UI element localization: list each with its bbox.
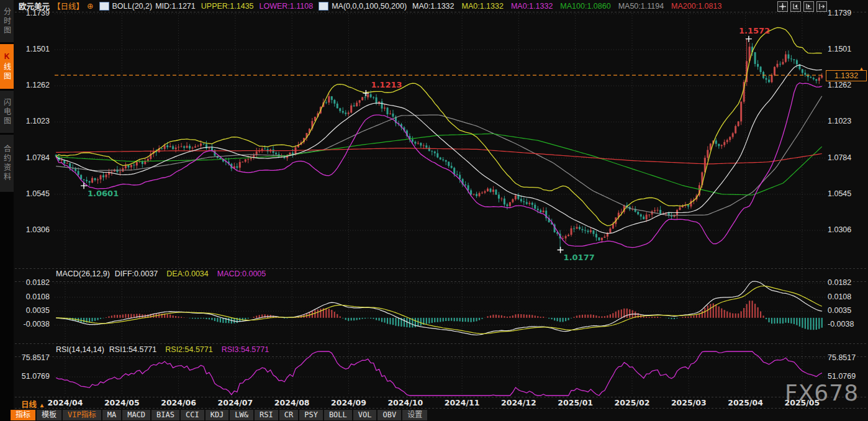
sidebar-tab-kline-chart[interactable]: K线图 bbox=[0, 44, 14, 89]
toolbar-button-label: PSY bbox=[304, 410, 318, 419]
ma-value-label: MA50:1.1194 bbox=[618, 2, 664, 11]
x-axis-date-label: 2025/01 bbox=[554, 398, 597, 407]
sidebar-tab-contract-info[interactable]: 合约资料 bbox=[0, 135, 14, 192]
boll-upper-value: UPPER:1.1435 bbox=[201, 2, 254, 11]
ma-value-label: MA200:1.0813 bbox=[671, 2, 721, 11]
toolbar-button-[interactable]: 模板 bbox=[37, 410, 61, 420]
add-indicator-icon[interactable]: ⊕ bbox=[87, 1, 93, 11]
ma-chart-icon[interactable] bbox=[319, 2, 328, 11]
y-axis-label: 1.1501 bbox=[12, 45, 50, 53]
y-axis-label: -0.0038 bbox=[12, 320, 50, 328]
pan-right-icon[interactable] bbox=[816, 1, 827, 12]
extreme-price-label: 1.0601 bbox=[88, 189, 119, 198]
toolbar-button-label: RSI bbox=[260, 410, 273, 419]
tab-label: 闪电图 bbox=[2, 98, 12, 126]
watermark: FX678 bbox=[785, 380, 859, 405]
x-axis-date-label: 2025/04 bbox=[724, 398, 767, 407]
x-axis-date-label: 2024/11 bbox=[440, 398, 484, 407]
toolbar-button-[interactable]: 设置 bbox=[402, 410, 427, 420]
toolbar-button-cci[interactable]: CCI bbox=[181, 410, 204, 420]
toolbar-button-macd[interactable]: MACD bbox=[122, 410, 150, 420]
ma-value-label: MA0:1.1332 bbox=[511, 2, 553, 11]
y-axis-label: 75.8517 bbox=[12, 353, 50, 362]
toolbar-button-vol[interactable]: VOL bbox=[353, 410, 377, 420]
y-axis-label: 1.0306 bbox=[12, 225, 50, 234]
rsi2-value: RSI2:54.5771 bbox=[165, 345, 212, 354]
boll-chart-icon[interactable] bbox=[99, 2, 109, 11]
rsi3-value: RSI3:54.5771 bbox=[222, 345, 269, 354]
period-tag[interactable]: 【日线】 bbox=[53, 0, 84, 12]
toolbar-button-vip[interactable]: VIP指标 bbox=[63, 410, 101, 420]
toolbar-button-cr[interactable]: CR bbox=[279, 410, 298, 420]
sidebar-tab-flash-chart[interactable]: 闪电图 bbox=[0, 91, 14, 133]
period-selector[interactable]: 日线 ▲ bbox=[21, 398, 45, 410]
crosshair-move-icon[interactable] bbox=[777, 1, 788, 12]
x-axis-date-label: 2024/04 bbox=[43, 398, 87, 407]
y-axis-label: 1.0784 bbox=[828, 153, 865, 162]
toolbar-button-boll[interactable]: BOLL bbox=[324, 410, 352, 420]
toolbar-button-lw[interactable]: LW& bbox=[230, 410, 253, 420]
chart-canvas[interactable] bbox=[0, 0, 868, 421]
y-axis-label: -0.0038 bbox=[828, 320, 865, 328]
toolbar-button-label: VOL bbox=[358, 410, 372, 419]
y-axis-label: 0.0182 bbox=[12, 278, 50, 287]
x-axis-date-label: 2024/08 bbox=[270, 398, 314, 407]
ma-title: MA(0,0,0,100,50,200) bbox=[332, 2, 407, 11]
y-axis-label: 1.1739 bbox=[12, 9, 50, 17]
toolbar-button-[interactable]: 指标 bbox=[11, 410, 35, 420]
x-axis-date-label: 2024/05 bbox=[100, 398, 143, 407]
y-axis-label: 75.8517 bbox=[828, 353, 865, 362]
chart-type-sidebar: 分时图K线图闪电图合约资料 bbox=[0, 0, 14, 421]
y-axis-label: 0.0108 bbox=[828, 292, 865, 301]
toolbar-button-label: 模板 bbox=[42, 410, 57, 419]
period-label: 日线 bbox=[21, 401, 37, 409]
toolbar-button-label: MA bbox=[107, 410, 116, 419]
toolbar-button-psy[interactable]: PSY bbox=[299, 410, 323, 420]
extreme-price-label: 1.1213 bbox=[371, 80, 402, 89]
toolbar-button-obv[interactable]: OBV bbox=[377, 410, 401, 420]
macd-header: MACD(26,12,9) DIFF:0.0037 DEA:0.0034 MAC… bbox=[56, 269, 266, 278]
x-axis-date-label: 2024/09 bbox=[327, 398, 371, 407]
y-axis-label: 1.0784 bbox=[12, 153, 50, 162]
toolbar-button-label: BIAS bbox=[156, 410, 174, 419]
indicator-toolbar: 指标模板VIP指标MAMACDBIASCCIKDJLW&RSICRPSYBOLL… bbox=[11, 410, 427, 420]
toolbar-button-ma[interactable]: MA bbox=[102, 410, 121, 420]
extreme-price-label: 1.1572 bbox=[739, 26, 770, 35]
x-axis-date-label: 2024/07 bbox=[214, 398, 257, 407]
ma-value-label: MA0:1.1332 bbox=[412, 2, 454, 11]
toolbar-button-kdj[interactable]: KDJ bbox=[206, 410, 229, 420]
period-arrow-icon: ▲ bbox=[39, 402, 45, 409]
zoom-axis-right-icon[interactable] bbox=[803, 1, 814, 12]
chart-tool-icons bbox=[777, 1, 827, 12]
x-axis-date-label: 2024/10 bbox=[384, 398, 427, 407]
y-axis-label: 0.0035 bbox=[12, 306, 50, 315]
x-axis-date-label: 2025/03 bbox=[667, 398, 710, 407]
x-axis-date-label: 2025/02 bbox=[610, 398, 654, 407]
trading-app-window: 分时图K线图闪电图合约资料 欧元美元 【日线】 ⊕ BOLL(20,2) MID… bbox=[0, 0, 868, 421]
toolbar-button-label: CR bbox=[284, 410, 293, 419]
toolbar-button-label: MACD bbox=[127, 410, 145, 419]
rsi-title: RSI(14,14,14) bbox=[56, 345, 104, 354]
zoom-axis-left-icon[interactable] bbox=[790, 1, 801, 12]
macd-macd-value: MACD:0.0005 bbox=[217, 269, 266, 278]
ma-value-label: MA0:1.1332 bbox=[462, 2, 504, 11]
macd-diff-value: DIFF:0.0037 bbox=[115, 269, 158, 278]
toolbar-button-label: VIP指标 bbox=[68, 410, 96, 419]
y-axis-label: 1.1501 bbox=[828, 45, 865, 53]
boll-lower-value: LOWER:1.1108 bbox=[260, 2, 314, 11]
tab-label: 线图 bbox=[2, 63, 12, 81]
macd-title: MACD(26,12,9) bbox=[56, 269, 110, 278]
y-axis-label: 51.0769 bbox=[828, 372, 865, 381]
toolbar-button-bias[interactable]: BIAS bbox=[151, 410, 179, 420]
toolbar-button-label: BOLL bbox=[329, 410, 347, 419]
toolbar-button-rsi[interactable]: RSI bbox=[255, 410, 278, 420]
y-axis-label: 1.0545 bbox=[12, 189, 50, 198]
toolbar-button-label: 设置 bbox=[407, 410, 422, 419]
macd-dea-value: DEA:0.0034 bbox=[166, 269, 208, 278]
x-axis-date-label: 2024/06 bbox=[157, 398, 201, 407]
sidebar-tab-time-chart[interactable]: 分时图 bbox=[0, 0, 14, 42]
current-price-tag: 1.1332 bbox=[826, 70, 867, 81]
boll-title: BOLL(20,2) bbox=[112, 2, 153, 11]
y-axis-label: 0.0182 bbox=[828, 278, 865, 287]
y-axis-label: 1.1262 bbox=[828, 81, 865, 89]
